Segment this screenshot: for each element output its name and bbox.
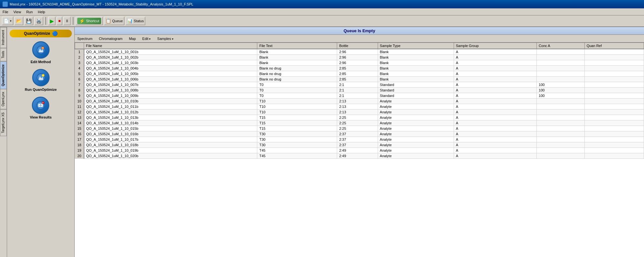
cell-conc-a	[537, 109, 585, 115]
cell-file-text: T0	[257, 93, 337, 99]
cell-bottle: 2:13	[337, 99, 378, 104]
cell-file-text: T0	[257, 82, 337, 88]
view-results-button[interactable]: View Results	[29, 95, 53, 120]
sidebar-tab-targetlynx[interactable]: TargetLynx XS	[0, 109, 7, 136]
sub-menu-chromatogram[interactable]: Chromatogram	[99, 37, 122, 41]
cell-num: 13	[75, 115, 84, 120]
new-button[interactable]: 📄 ▾	[2, 17, 13, 25]
cell-file-text: T30	[257, 142, 337, 148]
table-row[interactable]: 4 QO_A_150524_1uM_1_10_004b Blank no dru…	[75, 66, 644, 71]
cell-sample-group: A	[454, 137, 536, 142]
cell-quan-ref	[584, 88, 644, 93]
sub-menu-spectrum[interactable]: Spectrum	[77, 37, 92, 41]
open-button[interactable]: 📂	[14, 17, 23, 25]
open-icon: 📂	[16, 18, 22, 24]
print-button[interactable]: 🖨️	[34, 17, 43, 25]
table-row[interactable]: 6 QO_A_150524_1uM_1_10_006b Blank no dru…	[75, 77, 644, 82]
menu-run[interactable]: Run	[26, 10, 33, 14]
cell-file-text: T10	[257, 104, 337, 109]
main-area: Instrument Tools QuanOptimize OpenLynx T…	[0, 27, 644, 257]
col-header-bottle: Bottle	[337, 43, 378, 49]
sub-menu-map[interactable]: Map	[129, 37, 136, 41]
table-row[interactable]: 20 QO_A_150524_1uM_1_10_020b T45 2:49 An…	[75, 153, 644, 159]
cell-quan-ref	[584, 60, 644, 66]
sub-menu-edit[interactable]: Edit	[142, 37, 151, 41]
cell-file-name: QO_A_150524_1uM_1_10_005b	[84, 71, 257, 77]
table-row[interactable]: 2 QO_A_150524_1uM_1_10_002b Blank 2:96 B…	[75, 55, 644, 60]
table-row[interactable]: 18 QO_A_150524_1uM_1_10_018b T30 2:37 An…	[75, 142, 644, 148]
pause-button[interactable]: ⏸	[63, 17, 71, 25]
table-row[interactable]: 7 QO_A_150524_1uM_1_10_007b T0 2:1 Stand…	[75, 82, 644, 88]
table-row[interactable]: 17 QO_A_150524_1uM_1_10_017b T30 2:37 An…	[75, 137, 644, 142]
cell-file-text: T10	[257, 99, 337, 104]
table-row[interactable]: 1 QO_A_150524_1uM_1_10_001b Blank 2:96 B…	[75, 49, 644, 55]
table-header-row: File Name File Text Bottle Sample Type S…	[75, 43, 644, 49]
cell-sample-type: Analyte	[378, 115, 454, 120]
menu-view[interactable]: View	[14, 10, 21, 14]
queue-label: Queue	[112, 19, 123, 23]
cell-file-name: QO_A_150524_1uM_1_10_018b	[84, 142, 257, 148]
save-button[interactable]: 💾	[24, 17, 33, 25]
queue-button[interactable]: 📋 Queue	[104, 17, 124, 25]
status-button[interactable]: 📊 Status	[126, 17, 145, 25]
cell-sample-type: Standard	[378, 82, 454, 88]
edit-method-button[interactable]: Edit Method	[29, 40, 52, 65]
table-row[interactable]: 16 QO_A_150524_1uM_1_10_016b T30 2:37 An…	[75, 131, 644, 137]
cell-num: 16	[75, 131, 84, 137]
cell-num: 19	[75, 148, 84, 153]
table-row[interactable]: 3 QO_A_150524_1uM_1_10_003b Blank 2:96 B…	[75, 60, 644, 66]
col-header-quan-ref: Quan Ref	[584, 43, 644, 49]
cell-conc-a	[537, 71, 585, 77]
cell-sample-type: Analyte	[378, 126, 454, 131]
sidebar-tab-instrument[interactable]: Instrument	[0, 27, 7, 48]
table-row[interactable]: 12 QO_A_150524_1uM_1_10_012b T10 2:13 An…	[75, 109, 644, 115]
queue-icon-group: 📋 Queue	[106, 18, 123, 24]
cell-bottle: 2:37	[337, 137, 378, 142]
table-row[interactable]: 10 QO_A_150524_1uM_1_10_010b T10 2:13 An…	[75, 99, 644, 104]
cell-bottle: 2:85	[337, 66, 378, 71]
left-panel: QuanOptimize 🔵 Edit Method	[7, 27, 75, 257]
cell-bottle: 2:85	[337, 71, 378, 77]
run-button[interactable]: ▶	[48, 17, 55, 25]
cell-sample-group: A	[454, 88, 536, 93]
sub-menu-samples[interactable]: Samples	[157, 37, 173, 41]
cell-bottle: 2:1	[337, 88, 378, 93]
cell-num: 10	[75, 99, 84, 104]
cell-conc-a: 100	[537, 93, 585, 99]
cell-bottle: 2:25	[337, 120, 378, 126]
table-row[interactable]: 15 QO_A_150524_1uM_1_10_015b T15 2:25 An…	[75, 126, 644, 131]
cell-sample-type: Analyte	[378, 148, 454, 153]
menu-help[interactable]: Help	[38, 10, 45, 14]
cell-sample-type: Standard	[378, 88, 454, 93]
cell-bottle: 2:49	[337, 148, 378, 153]
table-row[interactable]: 5 QO_A_150524_1uM_1_10_005b Blank no dru…	[75, 71, 644, 77]
table-row[interactable]: 19 QO_A_150524_1uM_1_10_019b T45 2:49 An…	[75, 148, 644, 153]
cell-bottle: 2:1	[337, 93, 378, 99]
menu-file[interactable]: File	[3, 10, 8, 14]
shortcut-label: Shortcut	[86, 19, 99, 23]
shortcut-button[interactable]: ⚡ Shortcut	[76, 17, 103, 25]
status-icon-group: 📊 Status	[127, 18, 144, 24]
table-row[interactable]: 14 QO_A_150524_1uM_1_10_014b T15 2:25 An…	[75, 120, 644, 126]
sidebar-tab-openlynx[interactable]: OpenLynx	[0, 89, 7, 109]
cell-bottle: 2:1	[337, 82, 378, 88]
table-row[interactable]: 8 QO_A_150524_1uM_1_10_008b T0 2:1 Stand…	[75, 88, 644, 93]
cell-bottle: 2:96	[337, 60, 378, 66]
run-quanoptimize-button[interactable]: Run QuanOptimize	[24, 68, 58, 93]
svg-point-7	[40, 105, 41, 106]
cell-sample-group: A	[454, 93, 536, 99]
cell-sample-type: Blank	[378, 66, 454, 71]
col-header-sample-type: Sample Type	[378, 43, 454, 49]
pause-icon: ⏸	[65, 19, 69, 23]
stop-button[interactable]: ■	[57, 17, 62, 25]
table-row[interactable]: 13 QO_A_150524_1uM_1_10_013b T15 2:25 An…	[75, 115, 644, 120]
sidebar-tab-quanoptimize[interactable]: QuanOptimize	[0, 62, 7, 89]
cell-quan-ref	[584, 142, 644, 148]
cell-sample-group: A	[454, 131, 536, 137]
cell-quan-ref	[584, 115, 644, 120]
cell-sample-type: Blank	[378, 55, 454, 60]
cell-conc-a	[537, 55, 585, 60]
table-row[interactable]: 11 QO_A_150524_1uM_1_10_011b T10 2:13 An…	[75, 104, 644, 109]
table-row[interactable]: 9 QO_A_150524_1uM_1_10_009b T0 2:1 Stand…	[75, 93, 644, 99]
sidebar-tab-tools[interactable]: Tools	[0, 48, 7, 61]
